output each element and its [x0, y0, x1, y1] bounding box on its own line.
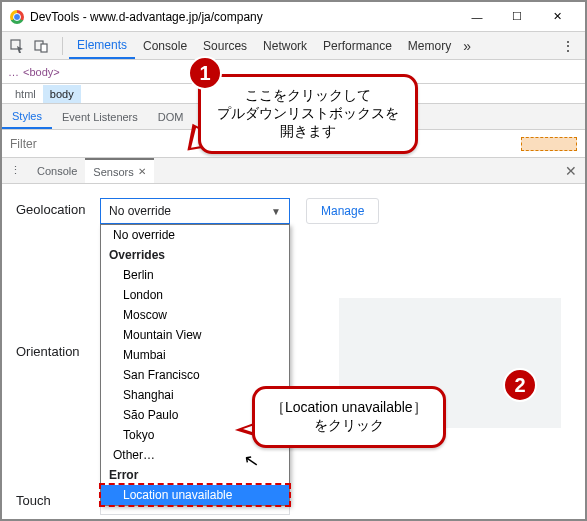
geolocation-value: No override — [109, 204, 171, 218]
callout-badge-2: 2 — [503, 368, 537, 402]
drawer-tab-sensors-label: Sensors — [93, 166, 133, 178]
drawer-menu-icon[interactable]: ⋮ — [2, 164, 29, 177]
callout-2-line2: をクリック — [271, 417, 427, 435]
tab-sources[interactable]: Sources — [195, 32, 255, 59]
drawer-tab-console[interactable]: Console — [29, 158, 85, 183]
box-model-swatch[interactable] — [521, 137, 577, 151]
callout-2: ［Location unavailable］ をクリック — [252, 386, 446, 448]
tab-console[interactable]: Console — [135, 32, 195, 59]
callout-1-line1: ここをクリックして — [217, 87, 399, 105]
maximize-button[interactable]: ☐ — [497, 6, 537, 28]
dd-no-override[interactable]: No override — [101, 225, 289, 245]
dd-location-unavailable[interactable]: Location unavailable — [101, 485, 289, 505]
callout-2-line1: ［Location unavailable］ — [271, 399, 427, 417]
device-icon[interactable] — [32, 37, 50, 55]
crumb-body-tag: <body> — [23, 66, 60, 78]
dd-group-overrides: Overrides — [101, 245, 289, 265]
tab-network[interactable]: Network — [255, 32, 315, 59]
crumb-html[interactable]: html — [8, 85, 43, 103]
chevron-down-icon: ▼ — [271, 206, 281, 217]
close-button[interactable]: ✕ — [537, 6, 577, 28]
devtools-menu-icon[interactable]: ⋮ — [557, 38, 579, 54]
svg-rect-2 — [41, 44, 47, 52]
crumb-body[interactable]: body — [43, 85, 81, 103]
devtools-toolbar: Elements Console Sources Network Perform… — [2, 32, 585, 60]
dd-moscow[interactable]: Moscow — [101, 305, 289, 325]
chrome-icon — [10, 10, 24, 24]
subtab-event-listeners[interactable]: Event Listeners — [52, 104, 148, 129]
orientation-label: Orientation — [16, 340, 100, 359]
dd-berlin[interactable]: Berlin — [101, 265, 289, 285]
callout-1-line2: プルダウンリストボックスを — [217, 105, 399, 123]
manage-button[interactable]: Manage — [306, 198, 379, 224]
close-icon[interactable]: ✕ — [138, 166, 146, 177]
tab-memory[interactable]: Memory — [400, 32, 459, 59]
dd-mumbai[interactable]: Mumbai — [101, 345, 289, 365]
dd-london[interactable]: London — [101, 285, 289, 305]
geolocation-select[interactable]: No override ▼ — [100, 198, 290, 224]
geolocation-label: Geolocation — [16, 198, 100, 217]
drawer-tab-sensors[interactable]: Sensors ✕ — [85, 158, 153, 183]
window-titlebar: DevTools - www.d-advantage.jp/ja/company… — [2, 2, 585, 32]
geolocation-row: Geolocation No override ▼ No override Ov… — [16, 198, 571, 224]
drawer-close-icon[interactable]: ✕ — [557, 163, 585, 179]
dd-san-francisco[interactable]: San Francisco — [101, 365, 289, 385]
subtab-styles[interactable]: Styles — [2, 104, 52, 129]
dd-group-error: Error — [101, 465, 289, 485]
callout-badge-1: 1 — [188, 56, 222, 90]
tab-performance[interactable]: Performance — [315, 32, 400, 59]
tab-elements[interactable]: Elements — [69, 32, 135, 59]
drawer-tabs: ⋮ Console Sensors ✕ ✕ — [2, 158, 585, 184]
dd-mountain-view[interactable]: Mountain View — [101, 325, 289, 345]
subtab-dom[interactable]: DOM — [148, 104, 194, 129]
crumb-ellipsis[interactable]: … — [8, 66, 23, 78]
inspect-icon[interactable] — [8, 37, 26, 55]
callout-1-line3: 開きます — [217, 123, 399, 141]
window-title: DevTools - www.d-advantage.jp/ja/company — [30, 10, 457, 24]
callout-1: ここをクリックして プルダウンリストボックスを 開きます — [198, 74, 418, 154]
tabs-overflow[interactable]: » — [459, 38, 475, 54]
touch-label: Touch — [16, 489, 100, 508]
geolocation-dropdown: No override Overrides Berlin London Mosc… — [100, 224, 290, 506]
minimize-button[interactable]: — — [457, 6, 497, 28]
